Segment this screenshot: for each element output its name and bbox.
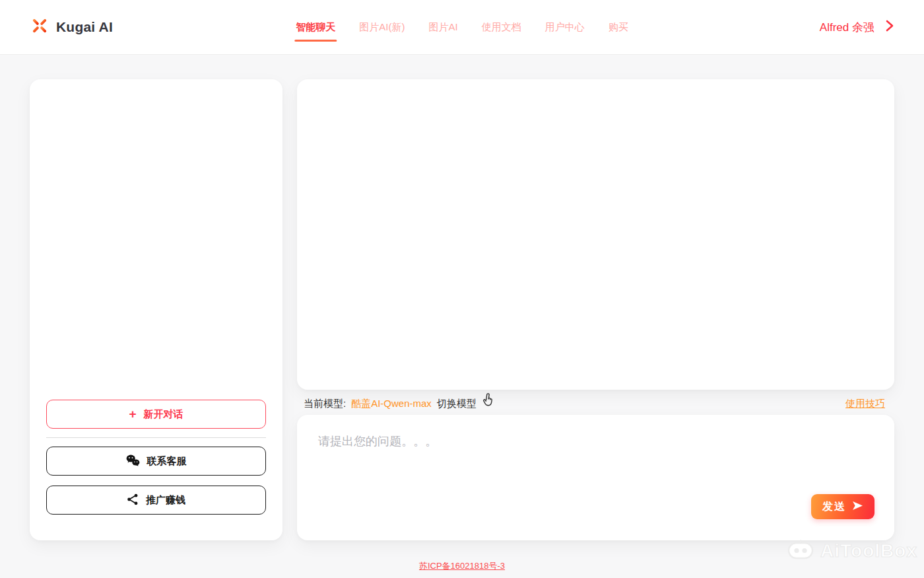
chat-messages-panel bbox=[297, 79, 894, 390]
chevron-right-icon[interactable] bbox=[885, 20, 894, 34]
usage-tips-link[interactable]: 使用技巧 bbox=[845, 398, 885, 410]
user-name: Alfred 余强 bbox=[820, 20, 874, 35]
conversation-sidebar: + 新开对话 联系客服 bbox=[30, 79, 282, 540]
contact-support-label: 联系客服 bbox=[147, 455, 187, 468]
question-input[interactable] bbox=[297, 415, 894, 494]
nav-item-user-center[interactable]: 用户中心 bbox=[545, 17, 585, 38]
current-model-label: 当前模型: bbox=[304, 398, 346, 410]
user-menu[interactable]: Alfred 余强 bbox=[820, 20, 894, 35]
send-button[interactable]: 发送 bbox=[811, 494, 874, 519]
plus-icon: + bbox=[129, 408, 136, 420]
nav-item-smart-chat[interactable]: 智能聊天 bbox=[296, 17, 335, 38]
sidebar-divider bbox=[46, 437, 266, 438]
nav-item-image-ai[interactable]: 图片AI bbox=[428, 17, 457, 38]
nav-item-image-ai-new[interactable]: 图片AI(新) bbox=[359, 17, 405, 38]
page-footer: 苏ICP备16021818号-3 bbox=[0, 560, 924, 572]
top-navbar: Kugai AI 智能聊天 图片AI(新) 图片AI 使用文档 用户中心 购买 … bbox=[0, 0, 924, 54]
new-chat-button[interactable]: + 新开对话 bbox=[46, 400, 266, 429]
watermark-text: AiToolBox bbox=[820, 540, 917, 561]
send-arrow-icon bbox=[852, 501, 863, 513]
model-bar: 当前模型: 酷盖AI-Qwen-max 切换模型 使用技巧 bbox=[297, 394, 894, 414]
message-composer: 发送 bbox=[297, 415, 894, 540]
wechat-icon bbox=[126, 454, 140, 468]
new-chat-label: 新开对话 bbox=[144, 408, 183, 421]
pinwheel-logo-icon bbox=[30, 16, 50, 38]
current-model-name[interactable]: 酷盖AI-Qwen-max bbox=[351, 398, 432, 410]
send-label: 发送 bbox=[822, 500, 846, 514]
promote-earn-button[interactable]: 推广赚钱 bbox=[46, 486, 266, 515]
nav-item-buy[interactable]: 购买 bbox=[609, 17, 628, 38]
nav-item-docs[interactable]: 使用文档 bbox=[482, 17, 521, 38]
share-icon bbox=[127, 493, 139, 507]
switch-model-button[interactable]: 切换模型 bbox=[437, 398, 477, 410]
contact-support-button[interactable]: 联系客服 bbox=[46, 447, 266, 476]
app-title: Kugai AI bbox=[56, 19, 113, 35]
main-nav: 智能聊天 图片AI(新) 图片AI 使用文档 用户中心 购买 bbox=[296, 17, 628, 38]
promote-earn-label: 推广赚钱 bbox=[146, 494, 185, 507]
app-logo: Kugai AI bbox=[30, 16, 113, 38]
icp-license-link[interactable]: 苏ICP备16021818号-3 bbox=[419, 561, 505, 571]
tap-hand-icon[interactable] bbox=[480, 391, 495, 409]
